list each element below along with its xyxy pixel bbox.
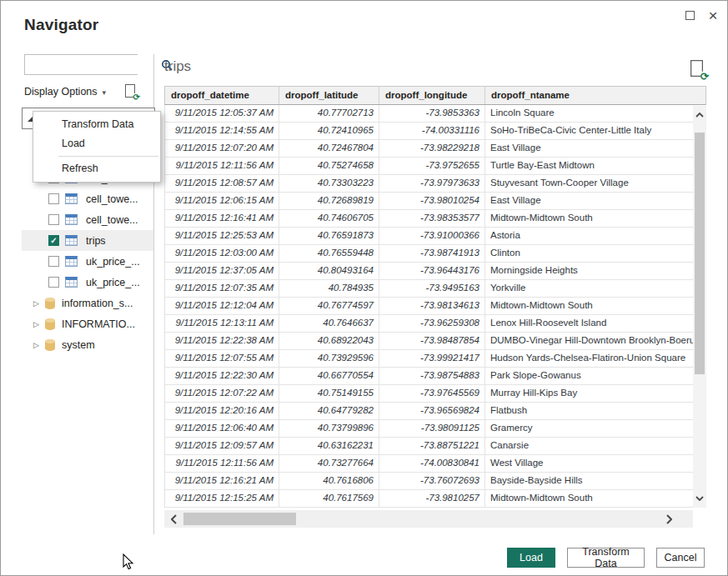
database-icon	[45, 298, 55, 309]
scroll-left-icon[interactable]	[164, 510, 183, 528]
tree-item-cell-towe[interactable]: cell_towe...	[22, 209, 153, 230]
cell-dropoff_latitude: 40.73303223	[279, 175, 379, 192]
close-icon: ×	[708, 8, 717, 23]
cell-dropoff_latitude: 40.73277664	[279, 455, 379, 472]
display-options-dropdown[interactable]: Display Options	[24, 86, 98, 98]
tree-item-system[interactable]: ▷system	[22, 334, 153, 355]
cell-dropoff_latitude: 40.72689819	[279, 193, 379, 209]
scroll-up-icon[interactable]	[693, 108, 706, 123]
cell-dropoff_ntaname: Stuyvesant Town-Cooper Village	[485, 175, 706, 192]
cell-dropoff_longitude: -73.96443176	[379, 263, 485, 279]
cell-dropoff_longitude: -74.00331116	[379, 123, 485, 139]
checkbox-unchecked[interactable]	[48, 214, 59, 225]
load-button[interactable]: Load	[507, 548, 555, 568]
horizontal-scroll-thumb[interactable]	[183, 513, 296, 525]
table-row: 9/11/2015 12:25:53 AM40.76591873-73.9100…	[165, 228, 706, 245]
expand-triangle-icon[interactable]: ▷	[33, 320, 45, 328]
mouse-cursor-icon	[123, 553, 134, 573]
cancel-button[interactable]: Cancel	[656, 548, 705, 568]
cell-dropoff_longitude: -73.98487854	[379, 333, 485, 349]
tree-item-uk-price[interactable]: uk_price_...	[22, 272, 153, 293]
close-button[interactable]: ×	[702, 6, 724, 24]
cell-dropoff_datetime: 9/11/2015 12:16:41 AM	[165, 210, 279, 227]
menu-item-refresh[interactable]: Refresh	[33, 159, 160, 178]
context-menu: Transform Data Load Refresh	[33, 111, 161, 183]
table-row: 9/11/2015 12:15:25 AM40.7617569-73.98102…	[165, 490, 706, 508]
cell-dropoff_latitude: 40.76774597	[279, 298, 379, 314]
cell-dropoff_longitude: -73.98010254	[379, 193, 485, 209]
cell-dropoff_datetime: 9/11/2015 12:08:57 AM	[165, 175, 279, 192]
checkbox-unchecked[interactable]	[48, 256, 59, 267]
search-box[interactable]	[24, 54, 138, 75]
tree-items: cell_towe...cell_towe...cell_towe...✓tri…	[22, 168, 153, 355]
tree-item-informatio[interactable]: ▷INFORMATIO...	[22, 313, 153, 334]
table-row: 9/11/2015 12:22:38 AM40.68922043-73.9848…	[165, 333, 706, 350]
cell-dropoff_longitude: -73.97973633	[379, 175, 485, 192]
tree-item-uk-price[interactable]: uk_price_...	[22, 251, 153, 272]
horizontal-scrollbar[interactable]	[164, 510, 693, 528]
cell-dropoff_longitude: -74.00830841	[379, 455, 485, 472]
menu-item-load[interactable]: Load	[33, 134, 160, 153]
scroll-down-icon[interactable]	[693, 491, 706, 506]
table-row: 9/11/2015 12:16:41 AM40.74606705-73.9835…	[165, 210, 706, 228]
cell-dropoff_datetime: 9/11/2015 12:12:04 AM	[165, 298, 279, 314]
table-row: 9/11/2015 12:37:05 AM40.80493164-73.9644…	[165, 263, 706, 280]
table-row: 9/11/2015 12:14:55 AM40.72410965-74.0033…	[165, 123, 706, 140]
cell-dropoff_longitude: -73.9495163	[379, 280, 485, 297]
vertical-scroll-thumb[interactable]	[695, 133, 705, 374]
checkbox-unchecked[interactable]	[48, 277, 59, 288]
tree-item-label: trips	[86, 235, 106, 247]
scroll-right-icon[interactable]	[660, 510, 678, 528]
cell-dropoff_datetime: 9/11/2015 12:09:57 AM	[165, 438, 279, 454]
search-input[interactable]	[25, 55, 161, 74]
cell-dropoff_datetime: 9/11/2015 12:20:16 AM	[165, 403, 279, 419]
cell-dropoff_datetime: 9/11/2015 12:07:35 AM	[165, 280, 279, 297]
cell-dropoff_datetime: 9/11/2015 12:03:00 AM	[165, 245, 279, 262]
preview-grid: dropoff_datetimedropoff_latitudedropoff_…	[164, 86, 706, 508]
maximize-icon	[685, 11, 695, 20]
cell-dropoff_latitude: 40.75274658	[279, 158, 379, 174]
cell-dropoff_latitude: 40.66770554	[279, 368, 379, 384]
cell-dropoff_datetime: 9/11/2015 12:11:56 AM	[165, 158, 279, 174]
menu-item-transform-data[interactable]: Transform Data	[33, 115, 160, 134]
maximize-button[interactable]	[679, 6, 700, 24]
cell-dropoff_latitude: 40.63162231	[279, 438, 379, 454]
expand-triangle-icon[interactable]: ▷	[33, 341, 45, 349]
footer-buttons: Load Transform Data Cancel	[507, 548, 705, 568]
cell-dropoff_datetime: 9/11/2015 12:13:11 AM	[165, 315, 279, 332]
cell-dropoff_latitude: 40.76591873	[279, 228, 379, 244]
vertical-scrollbar[interactable]	[693, 106, 706, 508]
cell-dropoff_longitude: -73.9810257	[379, 490, 485, 507]
tree-item-cell-towe[interactable]: cell_towe...	[22, 188, 153, 209]
cell-dropoff_longitude: -73.98741913	[379, 245, 485, 262]
cell-dropoff_latitude: 40.75149155	[279, 385, 379, 402]
cell-dropoff_ntaname: Astoria	[485, 228, 706, 244]
cell-dropoff_ntaname: DUMBO-Vinegar Hill-Downtown Brooklyn-Boe…	[485, 333, 706, 349]
checkbox-unchecked[interactable]	[48, 193, 59, 204]
checkbox-checked[interactable]: ✓	[48, 235, 59, 246]
cell-dropoff_longitude: -73.97645569	[379, 385, 485, 402]
navigator-dialog: Navigator × Display Options ▾ ⟳ cell_tow…	[0, 0, 728, 576]
table-row: 9/11/2015 12:11:56 AM40.75274658-73.9752…	[165, 158, 706, 175]
expand-triangle-icon[interactable]: ▷	[33, 299, 45, 308]
cell-dropoff_datetime: 9/11/2015 12:14:55 AM	[165, 123, 279, 139]
cell-dropoff_datetime: 9/11/2015 12:22:38 AM	[165, 333, 279, 349]
tree-item-label: information_s...	[62, 298, 133, 309]
cell-dropoff_ntaname: Gramercy	[485, 420, 706, 437]
cell-dropoff_datetime: 9/11/2015 12:16:21 AM	[165, 473, 279, 489]
menu-separator	[58, 156, 158, 157]
transform-data-button[interactable]: Transform Data	[567, 548, 645, 568]
cell-dropoff_ntaname: Clinton	[485, 245, 706, 262]
refresh-preview-icon[interactable]: ⟳	[690, 60, 706, 79]
refresh-document-icon[interactable]: ⟳	[125, 84, 138, 99]
chevron-down-icon[interactable]: ▾	[103, 88, 107, 97]
cell-dropoff_ntaname: Lenox Hill-Roosevelt Island	[485, 315, 706, 332]
database-icon	[45, 339, 55, 351]
tree-item-information-s[interactable]: ▷information_s...	[22, 293, 153, 313]
refresh-arrows-icon: ⟳	[133, 93, 140, 102]
tree-item-trips[interactable]: ✓trips	[22, 230, 153, 251]
grid-header-row: dropoff_datetimedropoff_latitudedropoff_…	[164, 86, 706, 105]
preview-table-title: trips	[164, 58, 191, 75]
refresh-arrows-icon: ⟳	[700, 72, 709, 83]
table-row: 9/11/2015 12:16:21 AM40.7616806-73.76072…	[165, 473, 706, 490]
